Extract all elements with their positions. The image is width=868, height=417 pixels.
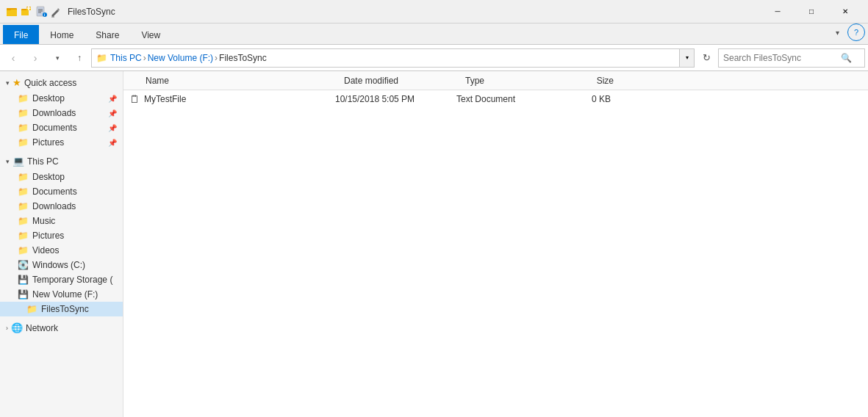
recent-locations-button[interactable]: ▾: [47, 48, 68, 68]
sidebar-label-downloads-pc: Downloads: [32, 201, 76, 211]
sidebar-item-temp-storage[interactable]: 💾 Temporary Storage (: [0, 272, 123, 287]
sidebar-item-filestosync[interactable]: 📁 FilesToSync: [0, 302, 123, 316]
maximize-button[interactable]: □: [795, 0, 828, 23]
downloads-folder-icon: 📁: [18, 108, 29, 118]
sidebar-item-desktop-pc[interactable]: 📁 Desktop: [0, 170, 123, 184]
pictures-pc-folder-icon: 📁: [18, 231, 29, 241]
sidebar-label-pictures-pc: Pictures: [32, 231, 64, 241]
col-header-date[interactable]: Date modified: [341, 76, 462, 86]
sidebar-item-windows-c[interactable]: 💽 Windows (C:): [0, 258, 123, 272]
close-button[interactable]: ✕: [828, 0, 862, 23]
pin-icon-documents: 📌: [108, 124, 117, 132]
breadcrumb-bar[interactable]: 📁 This PC › New Volume (F:) › FilesToSyn…: [91, 48, 680, 68]
sidebar-section-quick-access[interactable]: ▾ ★ Quick access: [0, 74, 123, 91]
sidebar-item-desktop-quick[interactable]: 📁 Desktop 📌: [0, 91, 123, 106]
file-type: Text Document: [456, 94, 552, 104]
sidebar-item-new-volume[interactable]: 💾 New Volume (F:): [0, 287, 123, 302]
minimize-button[interactable]: ─: [761, 0, 795, 23]
sidebar-item-downloads-quick[interactable]: 📁 Downloads 📌: [0, 106, 123, 120]
up-button[interactable]: ↑: [69, 48, 90, 68]
address-bar: ‹ › ▾ ↑ 📁 This PC › New Volume (F:) › Fi…: [0, 45, 868, 71]
this-pc-label: This PC: [27, 156, 59, 167]
tab-home[interactable]: Home: [39, 25, 85, 44]
breadcrumb-this-pc[interactable]: This PC: [110, 53, 142, 63]
svg-rect-4: [21, 10, 29, 15]
desktop-pc-folder-icon: 📁: [18, 172, 29, 182]
sidebar-label-pictures-quick: Pictures: [32, 137, 64, 148]
ribbon-tabs: File Home Share View ▾ ?: [0, 23, 868, 44]
forward-button[interactable]: ›: [25, 48, 46, 68]
svg-rect-1: [7, 10, 17, 16]
sidebar-item-downloads-pc[interactable]: 📁 Downloads: [0, 199, 123, 214]
search-icon[interactable]: 🔍: [841, 53, 852, 63]
back-button[interactable]: ‹: [3, 48, 24, 68]
sidebar: ▾ ★ Quick access 📁 Desktop 📌 📁 Downloads…: [0, 71, 123, 417]
col-header-name[interactable]: Name: [143, 76, 341, 86]
tab-view[interactable]: View: [130, 25, 171, 44]
rename-icon[interactable]: [50, 6, 62, 18]
network-label: Network: [26, 323, 58, 333]
new-volume-drive-icon: 💾: [18, 289, 29, 300]
search-bar: 🔍: [718, 48, 865, 68]
quick-access-star-icon: ★: [12, 77, 21, 88]
temp-storage-drive-icon: 💾: [18, 275, 29, 285]
sidebar-item-pictures-pc[interactable]: 📁 Pictures: [0, 228, 123, 243]
network-icon: 🌐: [11, 322, 23, 333]
ribbon-collapse-button[interactable]: ▾: [828, 23, 846, 41]
downloads-pc-folder-icon: 📁: [18, 201, 29, 211]
title-bar-controls: ─ □ ✕: [761, 0, 862, 23]
sidebar-item-pictures-quick[interactable]: 📁 Pictures 📌: [0, 135, 123, 150]
quick-access-arrow: ▾: [6, 79, 10, 87]
tab-share[interactable]: Share: [85, 25, 130, 44]
tab-file[interactable]: File: [3, 25, 39, 44]
new-folder-icon[interactable]: [21, 6, 32, 18]
title-bar: i FilesToSync ─ □ ✕: [0, 0, 868, 23]
pictures-folder-icon: 📁: [18, 137, 29, 148]
sidebar-label-windows-c: Windows (C:): [32, 260, 85, 270]
breadcrumb-current: FilesToSync: [219, 53, 267, 63]
sidebar-label-desktop-quick: Desktop: [32, 93, 65, 104]
pin-icon-downloads: 📌: [108, 109, 117, 117]
refresh-button[interactable]: ↻: [696, 48, 717, 68]
documents-pc-folder-icon: 📁: [18, 186, 29, 197]
sidebar-label-music-pc: Music: [32, 216, 55, 226]
svg-rect-2: [7, 8, 11, 10]
sidebar-label-videos-pc: Videos: [32, 245, 59, 255]
sidebar-label-new-volume: New Volume (F:): [32, 289, 98, 300]
file-size: 0 KB: [552, 94, 611, 104]
pin-icon-desktop: 📌: [108, 95, 117, 103]
documents-folder-icon: 📁: [18, 123, 29, 133]
network-arrow: ›: [6, 324, 8, 332]
address-dropdown-button[interactable]: ▾: [680, 48, 695, 68]
file-list: Name Date modified Type Size 🗒 MyTestFil…: [123, 71, 868, 417]
filestosync-folder-icon: 📁: [26, 304, 37, 314]
title-bar-icons: i: [6, 6, 62, 18]
sidebar-item-music-pc[interactable]: 📁 Music: [0, 214, 123, 228]
search-input[interactable]: [723, 53, 841, 63]
breadcrumb-new-volume[interactable]: New Volume (F:): [148, 53, 213, 63]
col-header-size[interactable]: Size: [558, 76, 617, 86]
sidebar-label-downloads-quick: Downloads: [32, 108, 76, 118]
videos-pc-folder-icon: 📁: [18, 245, 29, 255]
sidebar-item-documents-quick[interactable]: 📁 Documents 📌: [0, 120, 123, 135]
sidebar-section-network[interactable]: › 🌐 Network: [0, 319, 123, 336]
this-pc-arrow: ▾: [6, 158, 10, 165]
help-button[interactable]: ?: [847, 23, 865, 41]
sidebar-label-desktop-pc: Desktop: [32, 172, 65, 182]
file-name: MyTestFile: [144, 94, 335, 104]
sidebar-item-videos-pc[interactable]: 📁 Videos: [0, 243, 123, 258]
ribbon: File Home Share View ▾ ?: [0, 23, 868, 45]
col-header-type[interactable]: Type: [462, 76, 558, 86]
sidebar-section-this-pc[interactable]: ▾ 💻 This PC: [0, 153, 123, 170]
sidebar-item-documents-pc[interactable]: 📁 Documents: [0, 184, 123, 199]
desktop-folder-icon: 📁: [18, 93, 29, 104]
pin-icon-pictures: 📌: [108, 139, 117, 147]
sidebar-label-temp-storage: Temporary Storage (: [32, 275, 112, 285]
sidebar-label-documents-quick: Documents: [32, 123, 77, 133]
main-layout: ▾ ★ Quick access 📁 Desktop 📌 📁 Downloads…: [0, 71, 868, 417]
file-row[interactable]: 🗒 MyTestFile 10/15/2018 5:05 PM Text Doc…: [123, 90, 868, 108]
sidebar-label-documents-pc: Documents: [32, 186, 77, 197]
properties-icon[interactable]: i: [35, 6, 47, 18]
music-pc-folder-icon: 📁: [18, 216, 29, 226]
quick-access-label: Quick access: [24, 78, 76, 88]
